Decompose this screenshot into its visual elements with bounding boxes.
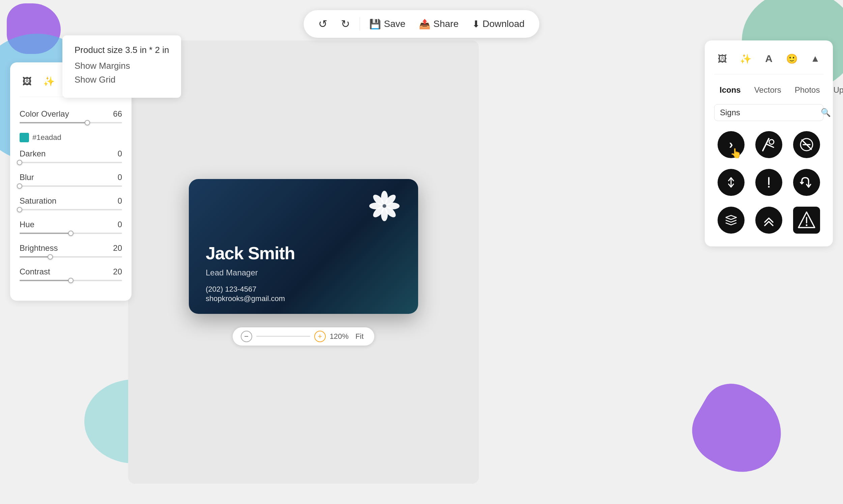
canvas-area: Jack Smith Lead Manager (202) 123-4567 s… — [128, 40, 479, 484]
saturation-value: 0 — [118, 196, 122, 206]
icon-grid-item-exclamation[interactable] — [752, 165, 786, 199]
warning-circle — [793, 206, 820, 234]
zoom-bar: − + 120% Fit — [233, 327, 375, 345]
panel-image-icon[interactable]: 🖼 — [20, 72, 35, 90]
undo-icon: ↺ — [318, 18, 327, 30]
layers-circle — [718, 206, 745, 234]
brightness-section: Brightness 20 — [20, 244, 122, 257]
color-hex: #1eadad — [32, 133, 61, 142]
hue-label: Hue — [20, 220, 34, 229]
brightness-value: 20 — [113, 244, 122, 253]
share-icon: 📤 — [419, 19, 431, 30]
right-panel: 🖼 ✨ A 🙂 ▲ Icons Vectors Photos Uploads ★… — [705, 40, 833, 247]
top-toolbar: ↺ ↻ 💾 Save 📤 Share ⬇ Download — [304, 10, 539, 38]
darken-section: Darken 0 — [20, 149, 122, 163]
contrast-track[interactable] — [20, 280, 122, 281]
download-label: Download — [483, 19, 525, 29]
color-overlay-section: Color Overlay 66 — [20, 109, 122, 123]
tab-photos[interactable]: Photos — [789, 83, 825, 97]
tab-uploads[interactable]: Uploads — [828, 83, 843, 97]
right-panel-toolbar: 🖼 ✨ A 🙂 ▲ — [714, 50, 823, 74]
download-icon: ⬇ — [472, 19, 480, 30]
svg-point-10 — [769, 140, 774, 144]
panel-wand-icon[interactable]: ✨ — [41, 72, 57, 90]
blob-purple-bottom-right — [680, 373, 796, 487]
undo-button[interactable]: ↺ — [313, 15, 333, 33]
show-grid-option[interactable]: Show Grid — [74, 74, 169, 85]
svg-point-8 — [382, 204, 387, 208]
right-shape-icon[interactable]: ▲ — [807, 50, 823, 68]
brightness-label: Brightness — [20, 244, 58, 253]
right-text-icon[interactable]: A — [761, 50, 777, 68]
card-name: Jack Smith — [206, 243, 295, 263]
icon-grid-item-warning[interactable] — [790, 203, 823, 237]
zoom-out-icon: − — [244, 332, 249, 341]
saturation-section: Saturation 0 — [20, 196, 122, 210]
right-panel-tabs: Icons Vectors Photos Uploads ★ — [714, 83, 823, 97]
color-swatch-row[interactable]: #1eadad — [20, 133, 122, 142]
chevrons-up-circle — [755, 206, 782, 234]
hue-section: Hue 0 — [20, 220, 122, 234]
tab-icons[interactable]: Icons — [714, 83, 746, 97]
up-down-circle — [718, 169, 745, 196]
icon-grid: › 👆 — [714, 128, 823, 237]
blur-value: 0 — [118, 173, 122, 182]
color-dot — [20, 133, 29, 142]
right-wand-icon[interactable]: ✨ — [737, 50, 754, 68]
darken-track[interactable] — [20, 162, 122, 163]
redo-button[interactable]: ↻ — [336, 15, 355, 33]
icon-grid-item-u-turn[interactable] — [790, 165, 823, 199]
icon-grid-item-no-entry[interactable] — [790, 128, 823, 161]
right-emoji-icon[interactable]: 🙂 — [784, 50, 800, 68]
brightness-track[interactable] — [20, 256, 122, 257]
toolbar-divider — [359, 17, 360, 31]
right-image-icon[interactable]: 🖼 — [714, 50, 731, 68]
color-overlay-value: 66 — [113, 109, 122, 119]
icon-grid-item-up-down[interactable] — [714, 165, 748, 199]
left-panel: 🖼 ✨ A 🙂 ▲ Color Overlay 66 #1eadad Darke… — [10, 62, 131, 301]
save-button[interactable]: 💾 Save — [364, 16, 411, 32]
card-email: shopkrooks@gmail.com — [206, 294, 285, 303]
darken-value: 0 — [118, 149, 122, 159]
icon-grid-item-no-pedestrian[interactable] — [752, 128, 786, 161]
u-turn-circle — [793, 169, 820, 196]
cursor-hand-icon: 👆 — [730, 148, 742, 159]
icon-grid-item-chevrons-up[interactable] — [752, 203, 786, 237]
search-input[interactable] — [720, 108, 821, 117]
zoom-in-button[interactable]: + — [314, 331, 326, 342]
contrast-label: Contrast — [20, 267, 50, 276]
color-overlay-track[interactable] — [20, 122, 122, 123]
tab-vectors[interactable]: Vectors — [749, 83, 787, 97]
hue-value: 0 — [118, 220, 122, 229]
exclamation-circle — [755, 169, 782, 196]
redo-icon: ↻ — [341, 18, 350, 30]
save-label: Save — [384, 19, 405, 29]
zoom-value: 120% — [330, 332, 349, 341]
business-card[interactable]: Jack Smith Lead Manager (202) 123-4567 s… — [189, 179, 418, 314]
product-tooltip: Product size 3.5 in * 2 in Show Margins … — [62, 35, 181, 98]
blob-purple-top — [7, 3, 61, 54]
share-button[interactable]: 📤 Share — [413, 16, 464, 32]
card-phone: (202) 123-4567 — [206, 285, 256, 294]
zoom-track[interactable] — [256, 336, 310, 337]
icon-grid-item-chevron-right[interactable]: › 👆 — [714, 128, 748, 161]
no-pedestrian-circle — [755, 131, 782, 158]
blur-label: Blur — [20, 173, 34, 182]
share-label: Share — [433, 19, 459, 29]
card-job-title: Lead Manager — [206, 268, 258, 277]
contrast-section: Contrast 20 — [20, 267, 122, 281]
blur-track[interactable] — [20, 185, 122, 187]
zoom-in-icon: + — [318, 332, 322, 341]
download-button[interactable]: ⬇ Download — [467, 16, 530, 32]
icon-grid-item-layers[interactable] — [714, 203, 748, 237]
hue-track[interactable] — [20, 233, 122, 234]
zoom-fit-button[interactable]: Fit — [353, 331, 366, 342]
card-flower-logo — [367, 189, 401, 223]
show-margins-option[interactable]: Show Margins — [74, 61, 169, 71]
zoom-out-button[interactable]: − — [241, 331, 252, 342]
saturation-track[interactable] — [20, 209, 122, 210]
svg-point-17 — [768, 186, 770, 188]
product-size-title: Product size 3.5 in * 2 in — [74, 45, 169, 55]
search-icon[interactable]: 🔍 — [821, 108, 831, 117]
no-entry-circle — [793, 131, 820, 158]
